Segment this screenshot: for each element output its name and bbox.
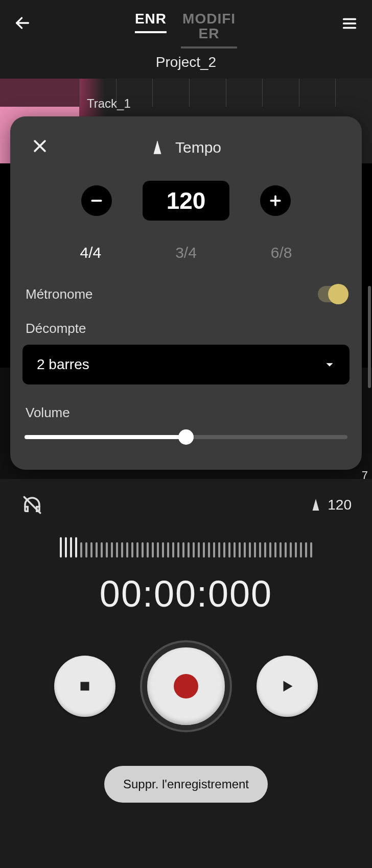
minus-icon xyxy=(89,193,104,208)
header: ENR MODIFIER xyxy=(0,0,372,46)
tab-edit[interactable]: MODIFIER xyxy=(181,11,237,49)
slider-knob-icon xyxy=(178,429,194,445)
countin-label: Décompte xyxy=(26,321,350,336)
modal-title: Tempo xyxy=(175,139,221,156)
tempo-indicator[interactable]: 120 xyxy=(310,497,352,513)
monitoring-button[interactable] xyxy=(20,493,44,517)
tempo-modal: Tempo 120 4/4 3/4 6/8 Métronome Décompte… xyxy=(10,116,362,470)
headphones-off-icon xyxy=(21,494,43,516)
sig-4-4[interactable]: 4/4 xyxy=(80,244,101,261)
volume-label: Volume xyxy=(26,405,350,421)
tempo-increment-button[interactable] xyxy=(260,185,291,216)
toggle-knob-icon xyxy=(328,284,348,304)
record-button[interactable] xyxy=(142,642,230,730)
metronome-icon xyxy=(151,140,164,155)
track-label: Track_1 xyxy=(87,97,131,111)
menu-button[interactable] xyxy=(339,13,360,34)
delete-recording-button[interactable]: Suppr. l'enregistrement xyxy=(104,766,268,803)
hamburger-icon xyxy=(341,15,358,32)
tempo-decrement-button[interactable] xyxy=(81,185,112,216)
arrow-left-icon xyxy=(14,14,31,32)
metronome-label: Métronome xyxy=(26,286,93,302)
metronome-toggle[interactable] xyxy=(318,286,346,302)
transport-controls xyxy=(0,642,372,730)
record-icon xyxy=(174,674,198,698)
countin-select[interactable]: 2 barres xyxy=(22,345,350,384)
close-icon xyxy=(31,137,49,155)
level-meter xyxy=(0,534,372,558)
tab-record[interactable]: ENR xyxy=(135,11,167,33)
tempo-indicator-value: 120 xyxy=(328,497,352,513)
close-button[interactable] xyxy=(29,135,51,157)
volume-slider[interactable] xyxy=(25,435,347,439)
plus-icon xyxy=(268,193,283,208)
sig-6-8[interactable]: 6/8 xyxy=(271,244,292,261)
tempo-stepper: 120 xyxy=(22,181,350,221)
mode-tabs: ENR MODIFIER xyxy=(135,0,237,46)
sig-3-4[interactable]: 3/4 xyxy=(175,244,197,261)
stop-button[interactable] xyxy=(54,656,115,717)
stop-icon xyxy=(76,678,94,695)
svg-rect-10 xyxy=(81,682,89,691)
chevron-down-icon xyxy=(324,359,335,370)
scrollbar[interactable] xyxy=(368,286,371,388)
transport-panel: 120 00:00:000 Suppr. l'enregistrement xyxy=(0,479,372,868)
audio-clip-header xyxy=(0,79,79,107)
countin-value: 2 barres xyxy=(37,356,89,373)
metronome-row: Métronome xyxy=(22,286,350,302)
metronome-icon xyxy=(310,498,321,512)
play-icon xyxy=(278,677,296,695)
play-button[interactable] xyxy=(257,656,318,717)
time-signature-row: 4/4 3/4 6/8 xyxy=(43,244,329,261)
slider-fill xyxy=(25,435,186,439)
timer-display: 00:00:000 xyxy=(0,573,372,615)
tempo-value[interactable]: 120 xyxy=(143,181,229,221)
project-title: Project_2 xyxy=(0,46,372,79)
back-button[interactable] xyxy=(12,13,33,33)
